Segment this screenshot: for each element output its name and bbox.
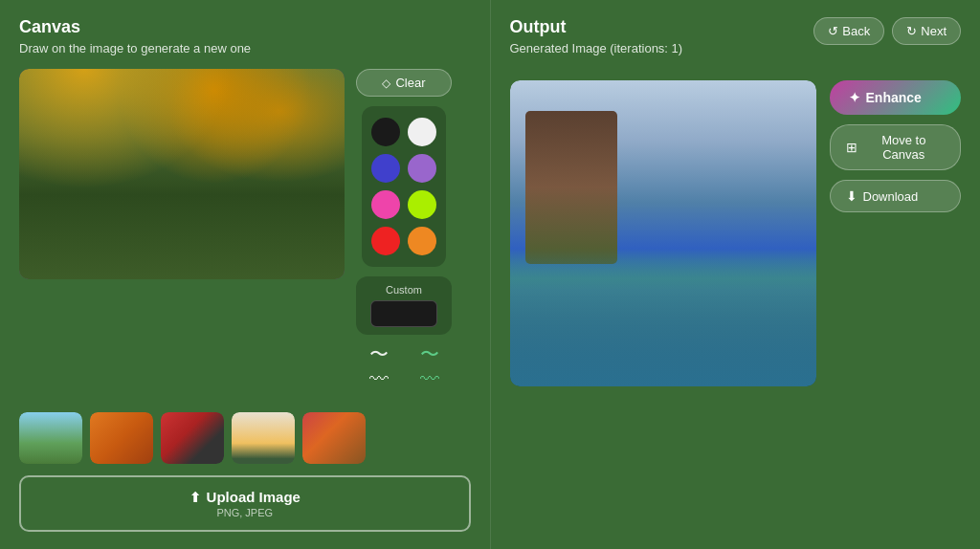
canvas-subtitle: Draw on the image to generate a new one	[19, 41, 471, 55]
upload-icon	[189, 489, 201, 505]
upload-image-button[interactable]: Upload Image PNG, JPEG	[19, 475, 471, 532]
color-white[interactable]	[408, 118, 436, 146]
canvas-drawing-surface[interactable]	[19, 69, 345, 279]
brush-size-large[interactable]: 〰	[356, 369, 401, 388]
move-to-canvas-button[interactable]: Move to Canvas	[830, 124, 962, 170]
thumbnail-landscape[interactable]	[19, 412, 82, 464]
next-button[interactable]: Next	[892, 17, 961, 45]
brush-size-small[interactable]: 〜	[356, 344, 401, 363]
color-palette	[362, 106, 446, 267]
thumbnail-strip	[19, 412, 471, 464]
clear-icon	[382, 76, 390, 90]
brush-size-xlarge[interactable]: 〰	[407, 369, 452, 388]
enhance-icon	[849, 90, 860, 105]
color-red[interactable]	[371, 227, 400, 255]
thumbnail-sunset[interactable]	[232, 412, 295, 464]
move-to-canvas-icon	[846, 140, 858, 155]
brush-size-selector: 〜 〜 〰 〰	[356, 344, 452, 388]
thumbnail-landscape-img	[19, 412, 82, 464]
custom-color-label: Custom	[364, 284, 444, 296]
thumbnail-car-img	[161, 412, 224, 464]
color-blue[interactable]	[371, 154, 400, 183]
brush-size-medium[interactable]: 〜	[407, 344, 452, 363]
generated-image	[510, 80, 816, 386]
nav-buttons: Back Next	[813, 17, 961, 45]
output-content: Enhance Move to Canvas Download	[510, 80, 962, 532]
color-black[interactable]	[371, 118, 400, 146]
color-lime[interactable]	[408, 190, 436, 219]
output-actions: Enhance Move to Canvas Download	[830, 80, 962, 532]
custom-color-picker[interactable]	[370, 300, 437, 327]
canvas-area: Clear Custom 〜 〜 〰 〰	[19, 69, 471, 399]
output-subtitle: Generated Image (iterations: 1)	[510, 41, 683, 55]
download-button[interactable]: Download	[830, 180, 962, 212]
back-icon	[828, 24, 838, 38]
output-header: Output Generated Image (iterations: 1) B…	[510, 17, 962, 69]
output-titles: Output Generated Image (iterations: 1)	[510, 17, 683, 69]
color-orange[interactable]	[408, 227, 436, 255]
clear-button[interactable]: Clear	[356, 69, 452, 97]
next-icon	[906, 24, 917, 38]
thumbnail-dog-img	[90, 412, 153, 464]
color-purple[interactable]	[408, 154, 436, 183]
output-image	[510, 80, 816, 386]
enhance-button[interactable]: Enhance	[830, 80, 962, 115]
output-panel: Output Generated Image (iterations: 1) B…	[490, 0, 981, 549]
upload-button-formats: PNG, JPEG	[33, 507, 457, 518]
back-button[interactable]: Back	[813, 17, 884, 45]
canvas-panel: Canvas Draw on the image to generate a n…	[0, 0, 490, 549]
tools-panel: Clear Custom 〜 〜 〰 〰	[356, 69, 452, 399]
color-pink[interactable]	[371, 190, 400, 219]
thumbnail-car[interactable]	[161, 412, 224, 464]
output-title: Output	[510, 17, 683, 37]
canvas-image[interactable]	[19, 69, 345, 279]
custom-color-section: Custom	[356, 276, 452, 335]
thumbnail-dog[interactable]	[90, 412, 153, 464]
canvas-title: Canvas	[19, 17, 471, 37]
thumbnail-sunset-img	[232, 412, 295, 464]
thumbnail-food-img	[302, 412, 366, 464]
download-icon	[846, 188, 858, 204]
thumbnail-food[interactable]	[302, 412, 366, 464]
upload-button-main: Upload Image	[33, 489, 457, 505]
